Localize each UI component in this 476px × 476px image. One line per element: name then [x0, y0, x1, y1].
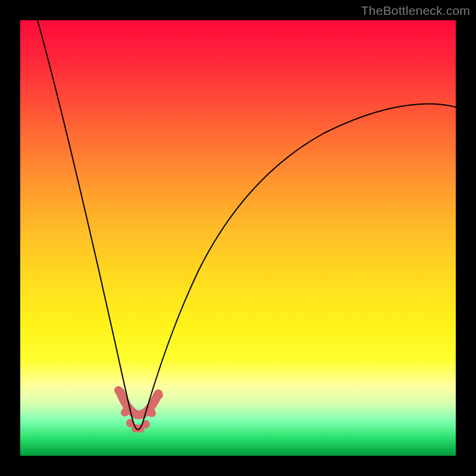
marker-dot — [148, 409, 156, 417]
marker-dot — [114, 386, 123, 394]
curve-svg — [20, 20, 456, 456]
bottom-markers-group — [114, 386, 163, 433]
chart-frame: TheBottleneck.com — [0, 0, 476, 476]
marker-dot — [155, 391, 163, 399]
plot-area — [20, 20, 456, 456]
marker-dot — [121, 408, 129, 416]
watermark-text: TheBottleneck.com — [361, 4, 470, 18]
bottleneck-curve-path — [37, 20, 456, 430]
